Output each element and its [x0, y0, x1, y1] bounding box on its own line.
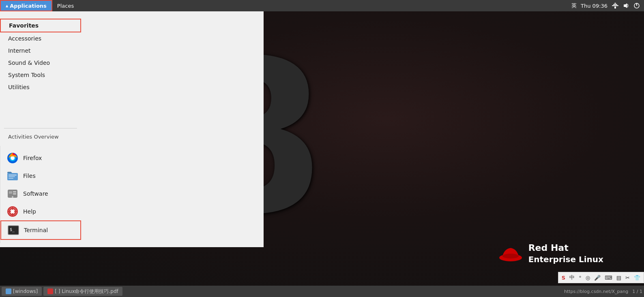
- panel-left: Applications Places: [0, 0, 79, 11]
- svg-rect-17: [9, 191, 12, 194]
- svg-rect-5: [614, 6, 616, 9]
- ime-scissors[interactable]: ✂: [625, 274, 631, 281]
- ime-circle[interactable]: ◎: [585, 274, 591, 281]
- app-item-help[interactable]: Help: [0, 203, 81, 220]
- sidebar-item-utilities[interactable]: Utilities: [0, 81, 81, 93]
- top-panel: Applications Places 英 Thu 09:36: [0, 0, 644, 11]
- power-icon[interactable]: [633, 2, 640, 9]
- taskbar-windows-label: [windows]: [13, 288, 38, 294]
- app-label-files: Files: [23, 173, 36, 179]
- menu-container: Favorites Accessories Internet Sound & V…: [0, 15, 81, 243]
- app-item-terminal[interactable]: $_ Terminal: [0, 220, 81, 240]
- svg-rect-15: [9, 178, 13, 179]
- menu-divider: [4, 128, 77, 128]
- applications-button[interactable]: Applications: [0, 0, 52, 11]
- panel-right: 英 Thu 09:36: [571, 2, 644, 9]
- page-number: 1 / 1: [632, 289, 642, 294]
- applications-menu: Favorites Accessories Internet Sound & V…: [0, 11, 264, 247]
- taskbar-item-windows[interactable]: [windows]: [2, 287, 42, 296]
- sidebar-item-internet[interactable]: Internet: [0, 45, 81, 57]
- app-label-terminal: Terminal: [24, 227, 48, 233]
- svg-point-1: [502, 254, 519, 259]
- ime-zh[interactable]: 中: [569, 273, 575, 282]
- firefox-icon: [7, 152, 18, 164]
- app-label-help: Help: [23, 208, 36, 215]
- svg-marker-6: [624, 3, 627, 8]
- volume-icon[interactable]: [623, 3, 629, 9]
- ime-dot[interactable]: °: [578, 274, 582, 281]
- taskbar-files-icon: [6, 288, 11, 294]
- sidebar-item-sound-video[interactable]: Sound & Video: [0, 57, 81, 69]
- svg-point-11: [11, 156, 15, 160]
- menu-content: Firefox Files: [0, 146, 81, 243]
- menu-sidebar: Favorites Accessories Internet Sound & V…: [0, 15, 81, 146]
- activities-overview-button[interactable]: Activities Overview: [0, 131, 81, 143]
- sidebar-item-system-tools[interactable]: System Tools: [0, 69, 81, 81]
- svg-rect-14: [9, 176, 15, 177]
- redhat-text: Red Hat Enterprise Linux: [528, 242, 603, 265]
- sidebar-item-accessories[interactable]: Accessories: [0, 32, 81, 45]
- places-button[interactable]: Places: [52, 0, 79, 11]
- svg-point-25: [11, 210, 14, 213]
- desktop: 8 Red Hat Enterprise Linux Applications …: [0, 0, 644, 297]
- svg-point-20: [12, 196, 13, 198]
- url-bar: https://blog.csdn.net/X_pang: [564, 289, 631, 294]
- software-icon: [7, 188, 18, 199]
- ime-toolbar: S 中 ° ◎ 🎤 ⌨ ▤ ✂ 👕: [558, 272, 644, 283]
- svg-rect-4: [614, 3, 616, 4]
- app-item-files[interactable]: Files: [0, 167, 81, 185]
- redhat-hat-icon: [498, 245, 523, 263]
- redhat-logo: Red Hat Enterprise Linux: [498, 242, 603, 265]
- ime-shirt[interactable]: 👕: [633, 274, 641, 281]
- taskbar: [windows] [ ] Linux命令行使用技巧.pdf https://b…: [0, 286, 644, 297]
- clock: Thu 09:36: [581, 3, 608, 9]
- taskbar-pdf-label: [ ] Linux命令行使用技巧.pdf: [55, 288, 118, 295]
- ime-s[interactable]: S: [561, 274, 566, 281]
- svg-rect-3: [613, 4, 617, 5]
- ime-menu[interactable]: ▤: [616, 274, 622, 281]
- taskbar-item-pdf[interactable]: [ ] Linux命令行使用技巧.pdf: [43, 287, 122, 296]
- app-item-software[interactable]: Software: [0, 185, 81, 203]
- svg-rect-19: [13, 193, 16, 194]
- app-label-software: Software: [23, 190, 48, 197]
- network-icon[interactable]: [612, 3, 619, 9]
- svg-text:$_: $_: [10, 227, 15, 232]
- terminal-icon: $_: [8, 224, 19, 236]
- taskbar-pdf-icon: [47, 288, 53, 294]
- svg-rect-18: [13, 191, 16, 192]
- app-item-firefox[interactable]: Firefox: [0, 149, 81, 167]
- files-icon: [7, 170, 18, 182]
- svg-rect-2: [612, 5, 618, 6]
- language-indicator: 英: [571, 2, 577, 9]
- ime-mic[interactable]: 🎤: [593, 274, 601, 281]
- svg-rect-13: [9, 175, 17, 175]
- sidebar-item-favorites[interactable]: Favorites: [0, 19, 81, 32]
- app-label-firefox: Firefox: [23, 155, 42, 161]
- help-icon: [7, 206, 18, 217]
- ime-keyboard[interactable]: ⌨: [604, 274, 613, 281]
